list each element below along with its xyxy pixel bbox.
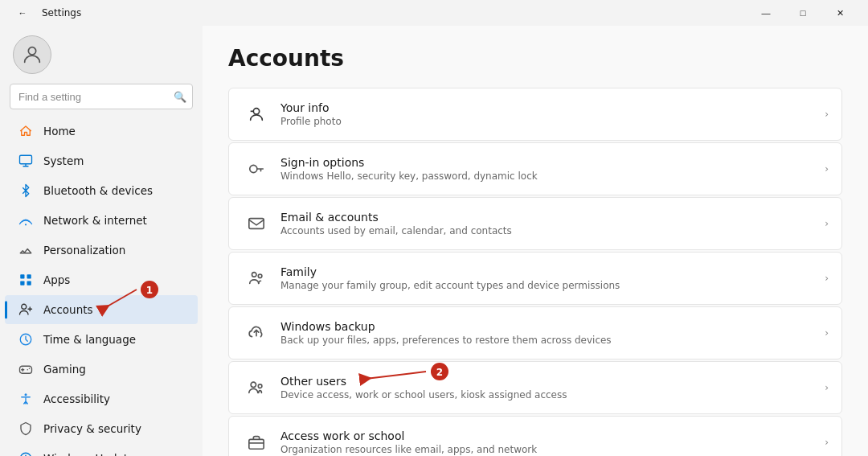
person-icon xyxy=(242,100,271,129)
sidebar-item-network[interactable]: Network & internet xyxy=(5,206,198,235)
page-title: Accounts xyxy=(228,45,842,72)
svg-point-14 xyxy=(253,109,259,114)
sidebar-nav: Home System Bluetooth & devices Network … xyxy=(0,116,203,456)
search-box: 🔍 xyxy=(10,84,193,109)
sidebar-item-accounts[interactable]: Accounts xyxy=(5,295,198,324)
system-icon xyxy=(18,153,34,169)
family-icon xyxy=(242,264,271,293)
settings-item-title: Windows backup xyxy=(280,320,825,333)
settings-item-desc: Accounts used by email, calendar, and co… xyxy=(280,225,825,236)
sidebar-item-apps[interactable]: Apps xyxy=(5,265,198,294)
svg-point-16 xyxy=(250,165,257,172)
home-icon xyxy=(18,123,34,139)
settings-item-title: Sign-in options xyxy=(280,156,825,169)
back-button[interactable]: ← xyxy=(10,0,35,26)
sidebar-item-label: Apps xyxy=(43,273,70,286)
svg-point-19 xyxy=(258,274,262,278)
sidebar-item-bluetooth[interactable]: Bluetooth & devices xyxy=(5,176,198,205)
sidebar-item-label: Network & internet xyxy=(43,214,147,227)
svg-rect-5 xyxy=(20,281,24,286)
settings-item-title: Your info xyxy=(280,101,825,114)
sidebar-item-home[interactable]: Home xyxy=(5,117,198,146)
avatar[interactable] xyxy=(13,35,51,74)
chevron-icon: › xyxy=(825,218,829,229)
settings-item-other-users[interactable]: Other users Device access, work or schoo… xyxy=(228,361,842,414)
briefcase-icon xyxy=(242,428,271,456)
maximize-button[interactable]: □ xyxy=(784,0,821,26)
sidebar-item-accessibility[interactable]: Accessibility xyxy=(5,384,198,413)
svg-point-21 xyxy=(258,384,262,388)
settings-item-desc: Profile photo xyxy=(280,116,825,127)
settings-item-signin[interactable]: Sign-in options Windows Hello, security … xyxy=(228,142,842,195)
titlebar-controls: — □ ✕ xyxy=(747,0,858,26)
sidebar-item-system[interactable]: System xyxy=(5,146,198,175)
svg-point-10 xyxy=(27,369,29,371)
time-icon xyxy=(18,331,34,347)
settings-item-desc: Back up your files, apps, preferences to… xyxy=(280,335,825,346)
sidebar-item-label: Gaming xyxy=(43,363,86,376)
email-icon xyxy=(242,209,271,238)
chevron-icon: › xyxy=(825,109,829,120)
sidebar-item-label: Windows Update xyxy=(43,452,134,456)
chevron-icon: › xyxy=(825,437,829,448)
svg-rect-22 xyxy=(249,439,264,449)
chevron-icon: › xyxy=(825,382,829,393)
svg-rect-4 xyxy=(27,274,31,278)
settings-item-title: Email & accounts xyxy=(280,211,825,224)
chevron-icon: › xyxy=(825,327,829,339)
settings-item-desc: Device access, work or school users, kio… xyxy=(280,389,825,401)
sidebar: 🔍 Home System Bluetooth & devices Networ… xyxy=(0,26,203,456)
settings-item-desc: Manage your family group, edit account t… xyxy=(280,280,825,291)
bluetooth-icon xyxy=(18,183,34,199)
key-icon xyxy=(242,154,271,183)
sidebar-item-label: Accessibility xyxy=(43,392,110,405)
settings-item-family[interactable]: Family Manage your family group, edit ac… xyxy=(228,252,842,305)
sidebar-item-privacy[interactable]: Privacy & security xyxy=(5,414,198,443)
titlebar-title: Settings xyxy=(42,7,81,18)
minimize-button[interactable]: — xyxy=(747,0,784,26)
chevron-icon: › xyxy=(825,273,829,284)
avatar-icon xyxy=(21,43,43,66)
close-button[interactable]: ✕ xyxy=(821,0,858,26)
sidebar-item-gaming[interactable]: Gaming xyxy=(5,355,198,384)
sidebar-item-time[interactable]: Time & language xyxy=(5,325,198,354)
settings-item-email[interactable]: Email & accounts Accounts used by email,… xyxy=(228,197,842,250)
titlebar-left: ← Settings xyxy=(10,0,81,26)
svg-rect-17 xyxy=(249,219,264,229)
gaming-icon xyxy=(18,361,34,377)
accessibility-icon xyxy=(18,391,34,407)
titlebar: ← Settings — □ ✕ xyxy=(0,0,868,26)
search-icon: 🔍 xyxy=(174,91,186,103)
svg-point-18 xyxy=(252,273,257,277)
privacy-icon xyxy=(18,421,34,437)
svg-rect-3 xyxy=(20,274,24,278)
main-content: Accounts Your info Profile photo › Sign-… xyxy=(203,26,868,456)
svg-point-7 xyxy=(22,304,27,309)
personalization-icon xyxy=(18,242,34,258)
network-icon xyxy=(18,212,34,228)
sidebar-item-label: Personalization xyxy=(43,244,125,257)
settings-item-title: Family xyxy=(280,265,825,278)
settings-item-backup[interactable]: Windows backup Back up your files, apps,… xyxy=(228,306,842,359)
settings-item-desc: Windows Hello, security key, password, d… xyxy=(280,170,825,182)
svg-point-12 xyxy=(25,393,27,396)
update-icon xyxy=(18,450,34,456)
settings-item-your-info[interactable]: Your info Profile photo › xyxy=(228,88,842,141)
sidebar-item-label: Privacy & security xyxy=(43,422,141,435)
sidebar-item-label: Accounts xyxy=(43,303,93,316)
sidebar-item-update[interactable]: Windows Update xyxy=(5,444,198,456)
search-input[interactable] xyxy=(10,84,193,109)
sidebar-item-label: System xyxy=(43,154,84,167)
svg-point-11 xyxy=(29,368,31,370)
other-users-icon xyxy=(242,373,271,402)
settings-item-work-school[interactable]: Access work or school Organization resou… xyxy=(228,416,842,456)
chevron-icon: › xyxy=(825,163,829,175)
sidebar-item-label: Bluetooth & devices xyxy=(43,184,153,197)
accounts-icon xyxy=(18,302,34,318)
apps-icon xyxy=(18,272,34,288)
svg-point-2 xyxy=(25,224,27,225)
sidebar-item-personalization[interactable]: Personalization xyxy=(5,236,198,265)
svg-rect-6 xyxy=(27,281,31,286)
sidebar-item-label: Time & language xyxy=(43,333,136,346)
backup-icon xyxy=(242,318,271,347)
